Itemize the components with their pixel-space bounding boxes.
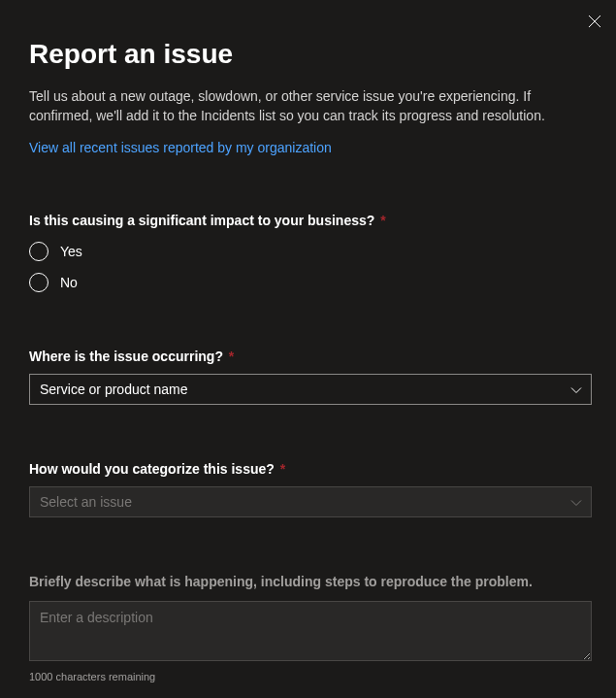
report-issue-panel: Report an issue Tell us about a new outa… <box>0 0 616 698</box>
impact-label-text: Is this causing a significant impact to … <box>29 213 374 228</box>
location-select[interactable]: Service or product name <box>29 374 592 405</box>
category-select: Select an issue <box>29 486 592 517</box>
location-select-box: Service or product name <box>29 374 592 405</box>
category-label: How would you categorize this issue? * <box>29 461 587 477</box>
description-label: Briefly describe what is happening, incl… <box>29 574 587 589</box>
impact-radio-no[interactable]: No <box>29 273 587 292</box>
impact-radio-group: Yes No <box>29 242 587 292</box>
required-indicator: * <box>280 461 285 477</box>
radio-label-no: No <box>60 275 78 290</box>
impact-radio-yes[interactable]: Yes <box>29 242 587 261</box>
character-count: 1000 characters remaining <box>29 671 587 682</box>
description-textarea[interactable] <box>29 601 592 661</box>
location-label: Where is the issue occurring? * <box>29 349 587 364</box>
radio-icon <box>29 242 49 261</box>
category-group: How would you categorize this issue? * S… <box>29 461 587 517</box>
impact-label: Is this causing a significant impact to … <box>29 213 587 228</box>
view-recent-issues-link[interactable]: View all recent issues reported by my or… <box>29 140 332 155</box>
required-indicator: * <box>380 213 385 228</box>
location-group: Where is the issue occurring? * Service … <box>29 349 587 405</box>
radio-label-yes: Yes <box>60 244 82 259</box>
radio-icon <box>29 273 49 292</box>
required-indicator: * <box>229 349 234 364</box>
impact-group: Is this causing a significant impact to … <box>29 213 587 292</box>
panel-title: Report an issue <box>29 39 587 70</box>
category-select-box: Select an issue <box>29 486 592 517</box>
close-icon <box>588 15 601 28</box>
category-label-text: How would you categorize this issue? <box>29 461 275 477</box>
location-label-text: Where is the issue occurring? <box>29 349 223 364</box>
description-group: Briefly describe what is happening, incl… <box>29 574 587 682</box>
panel-description: Tell us about a new outage, slowdown, or… <box>29 87 572 125</box>
close-button[interactable] <box>587 14 602 29</box>
